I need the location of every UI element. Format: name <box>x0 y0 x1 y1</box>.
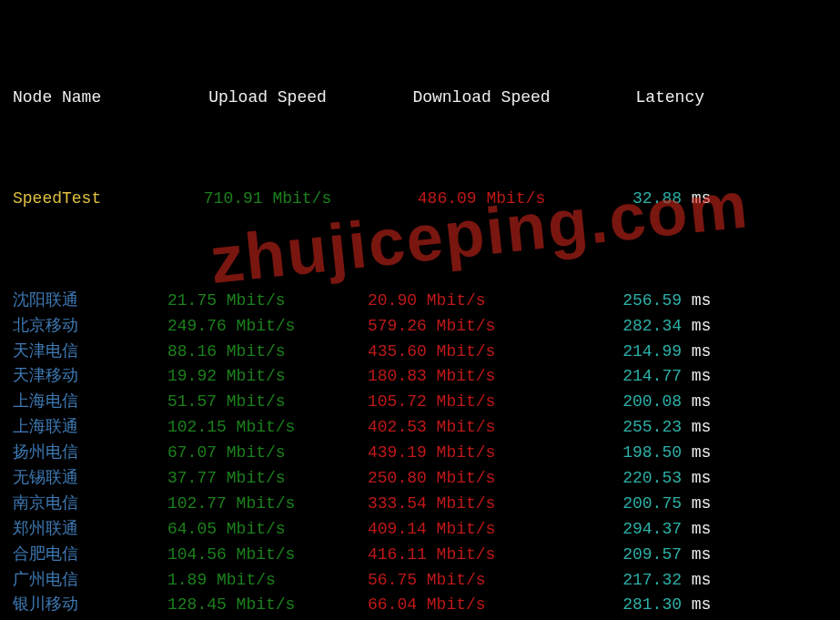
download-value: 435.60 Mbit/s <box>368 340 595 365</box>
upload-value: 64.05 Mbit/s <box>167 517 368 543</box>
latency-unit: ms <box>692 392 712 411</box>
latency-value: 198.50 <box>595 441 682 466</box>
upload-value: 104.56 Mbit/s <box>167 543 368 568</box>
latency-unit: ms <box>692 317 712 335</box>
speedtest-latency: 32.88 <box>595 187 682 212</box>
latency-unit: ms <box>692 443 712 462</box>
download-value: 180.83 Mbit/s <box>368 364 595 390</box>
node-name: 无锡联通 <box>13 466 167 492</box>
speedtest-latency-unit: ms <box>692 189 712 208</box>
table-row: 扬州电信67.07 Mbit/s439.19 Mbit/s198.50 ms <box>13 441 827 466</box>
latency-value: 209.57 <box>595 543 682 568</box>
latency-value: 282.34 <box>595 314 682 340</box>
upload-value: 1.89 Mbit/s <box>167 568 368 594</box>
node-name: 天津电信 <box>13 340 167 365</box>
download-value: 20.90 Mbit/s <box>368 289 595 314</box>
table-row: 无锡联通37.77 Mbit/s250.80 Mbit/s220.53 ms <box>13 466 827 492</box>
latency-unit: ms <box>692 595 712 614</box>
upload-value: 102.77 Mbit/s <box>167 492 368 517</box>
latency-unit: ms <box>692 545 712 564</box>
table-header: Node NameUpload SpeedDownload SpeedLaten… <box>13 86 827 111</box>
latency-unit: ms <box>692 342 712 361</box>
table-row: 郑州联通64.05 Mbit/s409.14 Mbit/s294.37 ms <box>13 517 827 543</box>
download-value: 250.80 Mbit/s <box>368 466 595 492</box>
latency-value: 255.23 <box>595 415 682 441</box>
upload-value: 67.07 Mbit/s <box>167 441 368 466</box>
speedtest-download: 486.09 Mbit/s <box>368 187 595 212</box>
upload-value: 21.75 Mbit/s <box>167 289 368 314</box>
download-value: 402.53 Mbit/s <box>368 415 595 441</box>
header-latency: Latency <box>595 86 704 111</box>
download-value: 66.04 Mbit/s <box>368 593 595 618</box>
node-speedtest: SpeedTest <box>13 187 167 212</box>
latency-value: 217.32 <box>595 568 682 594</box>
download-value: 56.75 Mbit/s <box>368 568 595 594</box>
node-name: 合肥电信 <box>13 543 167 568</box>
download-value: 105.72 Mbit/s <box>368 390 595 415</box>
download-value: 416.11 Mbit/s <box>368 543 595 568</box>
speedtest-row: SpeedTest710.91 Mbit/s486.09 Mbit/s32.88… <box>13 187 827 212</box>
node-name: 天津移动 <box>13 364 167 390</box>
latency-unit: ms <box>692 367 712 385</box>
latency-unit: ms <box>692 571 712 589</box>
node-name: 扬州电信 <box>13 441 167 466</box>
table-row: 天津移动19.92 Mbit/s180.83 Mbit/s214.77 ms <box>13 364 827 390</box>
table-row: 南京电信102.77 Mbit/s333.54 Mbit/s200.75 ms <box>13 492 827 517</box>
upload-value: 102.15 Mbit/s <box>167 415 368 441</box>
latency-unit: ms <box>692 469 712 487</box>
download-value: 409.14 Mbit/s <box>368 517 595 543</box>
upload-value: 249.76 Mbit/s <box>167 314 368 340</box>
upload-value: 128.45 Mbit/s <box>167 593 368 618</box>
speedtest-upload: 710.91 Mbit/s <box>167 187 368 212</box>
table-row: 广州电信1.89 Mbit/s56.75 Mbit/s217.32 ms <box>13 568 827 594</box>
latency-value: 294.37 <box>595 517 682 543</box>
latency-value: 281.30 <box>595 593 682 618</box>
node-name: 南京电信 <box>13 492 167 517</box>
node-name: 广州电信 <box>13 568 167 594</box>
node-name: 沈阳联通 <box>13 289 167 314</box>
header-upload: Upload Speed <box>167 86 368 111</box>
table-row: 银川移动128.45 Mbit/s66.04 Mbit/s281.30 ms <box>13 593 827 618</box>
table-row: 合肥电信104.56 Mbit/s416.11 Mbit/s209.57 ms <box>13 543 827 568</box>
upload-value: 88.16 Mbit/s <box>167 340 368 365</box>
node-name: 上海电信 <box>13 390 167 415</box>
table-row: 天津电信88.16 Mbit/s435.60 Mbit/s214.99 ms <box>13 340 827 365</box>
latency-unit: ms <box>692 520 712 538</box>
header-download: Download Speed <box>368 86 595 111</box>
upload-value: 37.77 Mbit/s <box>167 466 368 492</box>
download-value: 333.54 Mbit/s <box>368 492 595 517</box>
latency-value: 214.77 <box>595 364 682 390</box>
rows-container: 沈阳联通21.75 Mbit/s20.90 Mbit/s256.59 ms北京移… <box>13 289 827 620</box>
download-value: 579.26 Mbit/s <box>368 314 595 340</box>
table-row: 北京移动249.76 Mbit/s579.26 Mbit/s282.34 ms <box>13 314 827 340</box>
download-value: 439.19 Mbit/s <box>368 441 595 466</box>
latency-value: 214.99 <box>595 340 682 365</box>
node-name: 北京移动 <box>13 314 167 340</box>
table-row: 上海联通102.15 Mbit/s402.53 Mbit/s255.23 ms <box>13 415 827 441</box>
latency-unit: ms <box>692 418 712 436</box>
upload-value: 51.57 Mbit/s <box>167 390 368 415</box>
terminal-output: Node NameUpload SpeedDownload SpeedLaten… <box>0 0 840 620</box>
latency-unit: ms <box>692 291 712 310</box>
header-node: Node Name <box>13 86 167 111</box>
node-name: 上海联通 <box>13 415 167 441</box>
node-name: 银川移动 <box>13 593 167 618</box>
latency-value: 256.59 <box>595 289 682 314</box>
upload-value: 19.92 Mbit/s <box>167 364 368 390</box>
table-row: 沈阳联通21.75 Mbit/s20.90 Mbit/s256.59 ms <box>13 289 827 314</box>
latency-value: 200.08 <box>595 390 682 415</box>
latency-unit: ms <box>692 494 712 513</box>
latency-value: 220.53 <box>595 466 682 492</box>
latency-value: 200.75 <box>595 492 682 517</box>
table-row: 上海电信51.57 Mbit/s105.72 Mbit/s200.08 ms <box>13 390 827 415</box>
node-name: 郑州联通 <box>13 517 167 543</box>
